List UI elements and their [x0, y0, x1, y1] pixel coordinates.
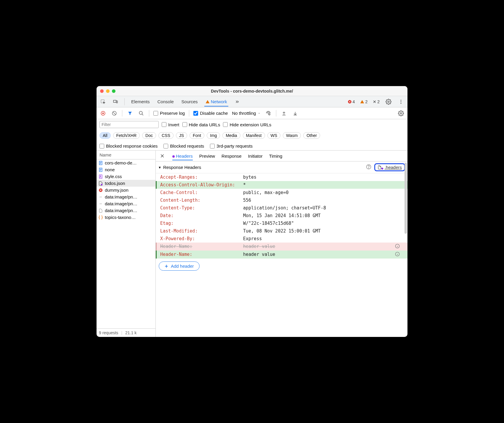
type-chip-media[interactable]: Media [222, 132, 240, 139]
invert-checkbox[interactable]: Invert [162, 122, 179, 127]
detail-tab-timing[interactable]: Timing [269, 154, 282, 159]
svg-point-14 [400, 112, 402, 114]
type-chip-fetchxhr[interactable]: Fetch/XHR [113, 132, 140, 139]
disable-cache-checkbox[interactable]: Disable cache [193, 111, 228, 116]
svg-point-5 [401, 100, 402, 101]
info-icon[interactable] [395, 252, 404, 257]
throttling-select[interactable]: No throttling [232, 111, 261, 116]
detail-tab-initiator[interactable]: Initiator [248, 154, 263, 159]
clear-button[interactable] [111, 110, 118, 117]
warning-count-badge[interactable]: 2 [360, 99, 367, 104]
hide-extension-urls-checkbox[interactable]: Hide extension URLs [223, 122, 271, 127]
minimize-window-button[interactable] [106, 89, 110, 93]
request-row[interactable]: data:image/pn… [97, 200, 155, 207]
scrollbar[interactable] [405, 163, 407, 234]
panel-tabbar: Elements Console Sources Network 4 2 ✕ 2 [97, 96, 407, 107]
request-row[interactable]: style.css [97, 173, 155, 180]
third-party-checkbox[interactable]: 3rd-party requests [210, 143, 253, 148]
request-row[interactable]: none [97, 166, 155, 173]
tab-elements[interactable]: Elements [130, 99, 151, 104]
zoom-window-button[interactable] [112, 89, 115, 93]
response-headers-section[interactable]: ▼ Response Headers .headers [156, 162, 407, 173]
blocked-requests-checkbox[interactable]: Blocked requests [163, 143, 204, 148]
network-settings-icon[interactable] [397, 110, 405, 117]
request-row[interactable]: data:image/pn… [97, 193, 155, 200]
settings-icon[interactable] [385, 98, 392, 105]
type-chip-img[interactable]: Img [207, 132, 220, 139]
request-row[interactable]: cors-demo-de… [97, 159, 155, 166]
detail-tab-response[interactable]: Response [221, 154, 242, 159]
close-window-button[interactable] [100, 89, 104, 93]
header-row[interactable]: Content-Type:application/json; charset=U… [156, 204, 407, 212]
detail-tab-preview[interactable]: Preview [199, 154, 215, 159]
type-chip-all[interactable]: All [99, 132, 111, 139]
type-chip-other[interactable]: Other [303, 132, 320, 139]
inspect-icon[interactable] [99, 98, 107, 105]
blocked-count-badge[interactable]: ✕ 2 [373, 99, 380, 104]
add-header-button[interactable]: Add header [159, 261, 200, 271]
transfer-size: 21.1 k [125, 330, 137, 335]
svg-point-22 [381, 167, 383, 169]
tab-sources[interactable]: Sources [180, 99, 199, 104]
network-conditions-icon[interactable] [265, 110, 272, 117]
request-row[interactable]: dummy.json [97, 187, 155, 193]
svg-point-21 [368, 168, 369, 168]
header-row[interactable]: Etag:W/"22c-18457c15d68" [156, 219, 407, 227]
type-chip-js[interactable]: JS [176, 132, 187, 139]
svg-point-12 [268, 113, 269, 114]
device-icon[interactable] [112, 98, 119, 105]
header-row[interactable]: X-Powered-By:Express [156, 235, 407, 243]
info-icon[interactable] [395, 244, 404, 249]
filter-input[interactable] [99, 121, 159, 128]
header-row[interactable]: Access-Control-Allow-Origin:* [156, 181, 407, 189]
filter-toggle-icon[interactable] [126, 110, 134, 117]
tab-network[interactable]: Network [204, 99, 228, 106]
type-chip-css[interactable]: CSS [158, 132, 174, 139]
network-toolbar: Preserve log Disable cache No throttling [97, 107, 407, 119]
detail-panel: Headers Preview Response Initiator Timin… [156, 151, 407, 337]
type-chip-font[interactable]: Font [190, 132, 204, 139]
header-row[interactable]: Header-Name:header value [156, 251, 407, 259]
request-row[interactable]: data:image/pn… [97, 207, 155, 214]
close-detail-icon[interactable] [159, 152, 166, 159]
preserve-log-checkbox[interactable]: Preserve log [153, 111, 185, 116]
svg-rect-1 [113, 100, 116, 102]
request-list-panel: Name cors-demo-de…nonestyle.csstodos.jso… [97, 151, 156, 337]
error-count-badge[interactable]: 4 [348, 99, 355, 104]
record-button[interactable] [99, 110, 107, 117]
kebab-menu-icon[interactable] [397, 98, 405, 105]
devtools-window: DevTools - cors-demo-devtools.glitch.me/… [97, 86, 407, 337]
window-controls [97, 89, 119, 93]
type-chip-wasm[interactable]: Wasm [283, 132, 301, 139]
svg-rect-2 [116, 101, 118, 103]
response-headers-table: Accept-Ranges:bytesAccess-Control-Allow-… [156, 173, 407, 259]
window-title: DevTools - cors-demo-devtools.glitch.me/ [97, 89, 407, 93]
header-row[interactable]: Header-Name:header value [156, 243, 407, 251]
search-icon[interactable] [138, 110, 145, 117]
headers-override-link[interactable]: .headers [374, 163, 405, 171]
detail-tab-headers[interactable]: Headers [172, 154, 193, 160]
svg-point-18 [101, 184, 102, 185]
header-row[interactable]: Content-Length:556 [156, 196, 407, 204]
request-list: cors-demo-de…nonestyle.csstodos.jsondumm… [97, 159, 155, 328]
header-row[interactable]: Accept-Ranges:bytes [156, 173, 407, 181]
more-tabs-icon[interactable] [234, 98, 241, 105]
header-row[interactable]: Last-Modified:Tue, 08 Nov 2022 15:00:01 … [156, 227, 407, 235]
name-column-header[interactable]: Name [97, 151, 155, 159]
upload-har-icon[interactable] [280, 110, 288, 117]
request-row[interactable]: todos.json [97, 180, 155, 187]
type-chip-manifest[interactable]: Manifest [243, 132, 265, 139]
blocked-cookies-checkbox[interactable]: Blocked response cookies [99, 143, 158, 148]
svg-point-13 [269, 114, 270, 115]
request-count: 9 requests [99, 330, 118, 335]
type-chip-ws[interactable]: WS [267, 132, 281, 139]
help-icon[interactable] [366, 164, 371, 170]
request-row[interactable]: topics-taxono… [97, 214, 155, 221]
header-row[interactable]: Cache-Control:public, max-age=0 [156, 189, 407, 196]
tab-console[interactable]: Console [156, 99, 175, 104]
header-row[interactable]: Date:Mon, 15 Jan 2024 14:51:08 GMT [156, 212, 407, 219]
hide-data-urls-checkbox[interactable]: Hide data URLs [182, 122, 220, 127]
download-har-icon[interactable] [292, 110, 299, 117]
type-chip-doc[interactable]: Doc [142, 132, 156, 139]
svg-point-7 [401, 103, 402, 104]
